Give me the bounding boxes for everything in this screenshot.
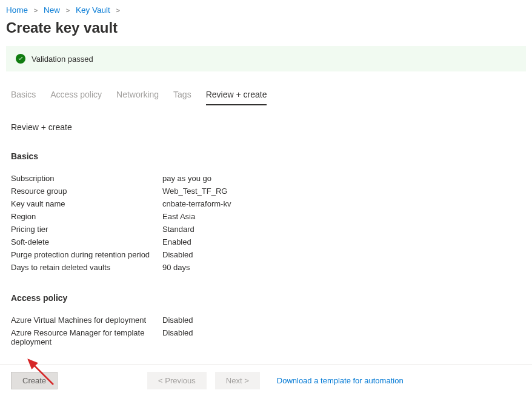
kv-label: Azure Virtual Machines for deployment (11, 316, 162, 325)
kv-value: Enabled (162, 237, 191, 246)
page-title: Create key vault (0, 17, 532, 46)
kv-value: Disabled (162, 250, 193, 259)
breadcrumb-home[interactable]: Home (6, 5, 28, 15)
current-section-title: Review + create (11, 122, 521, 132)
kv-label: Azure Resource Manager for template depl… (11, 328, 162, 346)
chevron-right-icon: > (66, 7, 70, 14)
kv-value: Standard (162, 225, 195, 234)
kv-value: East Asia (162, 212, 195, 221)
kv-row: Days to retain deleted vaults90 days (11, 261, 521, 274)
kv-value: pay as you go (162, 174, 211, 183)
access-policy-heading: Access policy (11, 293, 521, 303)
kv-label: Soft-delete (11, 237, 162, 246)
tab-tags[interactable]: Tags (173, 90, 191, 105)
kv-row: RegionEast Asia (11, 210, 521, 223)
kv-row: Purge protection during retention period… (11, 248, 521, 261)
content: Review + create Basics Subscriptionpay a… (0, 105, 532, 397)
kv-label: Purge protection during retention period (11, 250, 162, 259)
breadcrumb-new[interactable]: New (44, 5, 60, 15)
kv-value: Web_Test_TF_RG (162, 187, 227, 196)
kv-row: Key vault namecnbate-terraform-kv (11, 197, 521, 210)
basics-heading: Basics (11, 151, 521, 161)
tab-networking[interactable]: Networking (116, 90, 159, 105)
kv-label: Resource group (11, 187, 162, 196)
check-circle-icon (16, 54, 25, 64)
kv-row: Soft-deleteEnabled (11, 236, 521, 248)
kv-row: Subscriptionpay as you go (11, 172, 521, 185)
chevron-right-icon: > (34, 7, 38, 14)
breadcrumb-keyvault[interactable]: Key Vault (76, 5, 110, 15)
kv-row: Azure Virtual Machines for deploymentDis… (11, 314, 521, 326)
next-button[interactable]: Next > (215, 372, 260, 389)
kv-label: Subscription (11, 174, 162, 183)
kv-row: Pricing tierStandard (11, 223, 521, 236)
kv-value: 90 days (162, 263, 190, 272)
tabs: Basics Access policy Networking Tags Rev… (0, 71, 532, 105)
kv-label: Days to retain deleted vaults (11, 263, 162, 272)
tab-review-create[interactable]: Review + create (206, 90, 267, 105)
kv-value: Disabled (162, 316, 193, 325)
kv-value: Disabled (162, 328, 193, 346)
validation-message: Validation passed (32, 55, 93, 64)
kv-label: Key vault name (11, 199, 162, 208)
download-template-link[interactable]: Download a template for automation (277, 376, 404, 385)
validation-banner: Validation passed (6, 46, 526, 71)
kv-label: Region (11, 212, 162, 221)
chevron-right-icon: > (116, 7, 120, 14)
tab-basics[interactable]: Basics (11, 90, 36, 105)
kv-row: Azure Resource Manager for template depl… (11, 326, 521, 348)
kv-label: Pricing tier (11, 225, 162, 234)
tab-access-policy[interactable]: Access policy (50, 90, 102, 105)
breadcrumb: Home > New > Key Vault > (0, 0, 532, 17)
kv-value: cnbate-terraform-kv (162, 199, 231, 208)
footer: Create < Previous Next > Download a temp… (0, 364, 532, 397)
kv-row: Resource groupWeb_Test_TF_RG (11, 185, 521, 197)
previous-button[interactable]: < Previous (147, 372, 207, 389)
create-button[interactable]: Create (11, 372, 58, 389)
